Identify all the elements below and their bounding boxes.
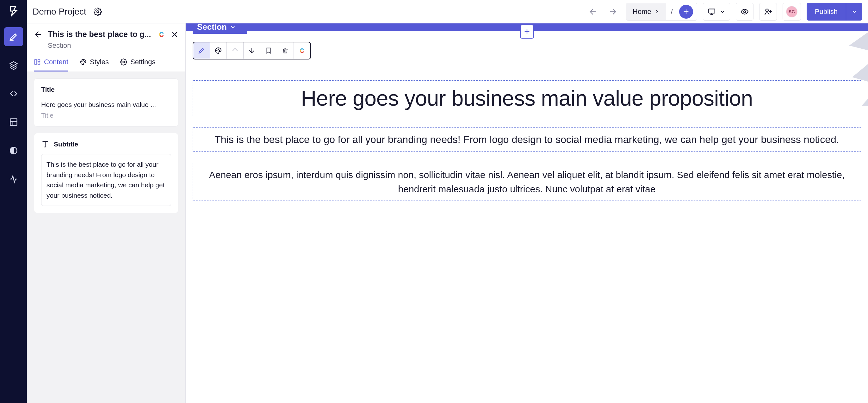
svg-point-2: [96, 10, 99, 13]
panel-close-button[interactable]: [171, 31, 178, 38]
section-tag-label: Section: [197, 23, 227, 32]
section-tag[interactable]: Section: [193, 23, 247, 34]
tab-settings-label: Settings: [130, 58, 156, 66]
eye-icon: [741, 8, 749, 16]
rail-layout-button[interactable]: [4, 113, 23, 132]
avatar-container[interactable]: SC: [783, 3, 801, 21]
rail-layers-button[interactable]: [4, 56, 23, 75]
publish-dropdown[interactable]: [846, 3, 862, 21]
invite-user-button[interactable]: [759, 3, 777, 21]
svg-point-4: [744, 10, 746, 13]
content-icon: [34, 59, 41, 65]
tab-settings[interactable]: Settings: [120, 58, 156, 71]
contentful-icon: [158, 30, 166, 39]
toolbar-styles-button[interactable]: [210, 42, 226, 59]
title-card-label: Title: [41, 86, 171, 93]
properties-panel: This is the best place to g... Section C…: [27, 23, 186, 403]
add-section-button[interactable]: [520, 25, 534, 39]
svg-point-15: [220, 50, 220, 51]
text-icon: [41, 140, 49, 148]
publish-label: Publish: [807, 3, 846, 21]
svg-rect-7: [38, 60, 40, 62]
gear-icon: [120, 59, 127, 65]
rail-code-button[interactable]: [4, 84, 23, 103]
svg-rect-3: [709, 9, 715, 13]
toolbar-bookmark-button[interactable]: [260, 42, 277, 59]
hero-title-text: Here goes your business main value propo…: [201, 85, 852, 111]
subtitle-card: Subtitle This is the best place to go fo…: [34, 133, 178, 213]
hero-subtitle-text: This is the best place to go for all you…: [201, 132, 852, 147]
panel-subtitle: Section: [48, 41, 178, 50]
breadcrumb-separator: /: [666, 8, 678, 16]
svg-point-11: [84, 61, 85, 62]
rail-theme-button[interactable]: [4, 141, 23, 160]
svg-rect-6: [35, 60, 37, 65]
rail-edit-button[interactable]: [4, 27, 23, 46]
floating-toolbar: [193, 42, 311, 59]
title-card-meta: Title: [41, 112, 171, 119]
svg-point-14: [218, 49, 219, 50]
svg-point-12: [123, 61, 125, 63]
tab-content-label: Content: [44, 58, 68, 66]
project-settings-button[interactable]: [92, 6, 103, 18]
title-card-value: Here goes your business main value ...: [41, 101, 171, 108]
breadcrumb: Home /: [626, 3, 697, 21]
toolbar-move-down-button[interactable]: [244, 42, 260, 59]
canvas: Section: [186, 23, 868, 403]
tab-styles[interactable]: Styles: [80, 58, 109, 71]
add-page-button[interactable]: [679, 5, 693, 19]
user-plus-icon: [764, 8, 772, 16]
icon-rail: [0, 0, 27, 403]
app-logo-icon: [7, 4, 20, 18]
breadcrumb-home[interactable]: Home: [626, 3, 666, 20]
title-card[interactable]: Title Here goes your business main value…: [34, 79, 178, 127]
svg-rect-0: [10, 119, 17, 126]
hero-body-text: Aenean eros ipsum, interdum quis digniss…: [201, 168, 852, 196]
toolbar-contentful-button[interactable]: [294, 42, 310, 59]
toolbar-edit-button[interactable]: [193, 42, 210, 59]
panel-back-button[interactable]: [34, 30, 43, 39]
topbar: Demo Project Home /: [27, 0, 868, 23]
svg-point-9: [82, 61, 82, 62]
palette-icon: [80, 59, 87, 65]
toolbar-delete-button[interactable]: [277, 42, 293, 59]
breadcrumb-home-label: Home: [633, 8, 651, 16]
svg-point-10: [83, 60, 84, 61]
project-title: Demo Project: [33, 7, 86, 17]
toolbar-move-up-button[interactable]: [227, 42, 243, 59]
history-back-button[interactable]: [586, 4, 600, 19]
user-avatar: SC: [786, 6, 798, 18]
hero-body-block[interactable]: Aenean eros ipsum, interdum quis digniss…: [193, 163, 861, 201]
hero-title-block[interactable]: Here goes your business main value propo…: [193, 80, 861, 116]
decorative-shape: [843, 23, 868, 106]
svg-rect-8: [38, 63, 40, 65]
chevron-down-icon: [720, 9, 725, 14]
subtitle-textbox[interactable]: This is the best place to go for all you…: [41, 154, 171, 206]
svg-point-5: [766, 9, 768, 12]
preview-button[interactable]: [736, 3, 753, 21]
publish-button[interactable]: Publish: [807, 3, 862, 21]
chevron-down-icon: [230, 24, 236, 30]
history-forward-button[interactable]: [606, 4, 620, 19]
tab-content[interactable]: Content: [34, 58, 68, 71]
rail-activity-button[interactable]: [4, 169, 23, 189]
subtitle-card-label: Subtitle: [54, 141, 78, 148]
desktop-icon: [708, 8, 716, 16]
tab-styles-label: Styles: [90, 58, 109, 66]
svg-point-13: [217, 50, 217, 51]
panel-title: This is the best place to g...: [48, 30, 152, 39]
hero-subtitle-block[interactable]: This is the best place to go for all you…: [193, 127, 861, 152]
chevron-down-icon: [851, 9, 857, 14]
device-selector[interactable]: [703, 3, 730, 21]
chevron-right-icon: [654, 9, 659, 14]
